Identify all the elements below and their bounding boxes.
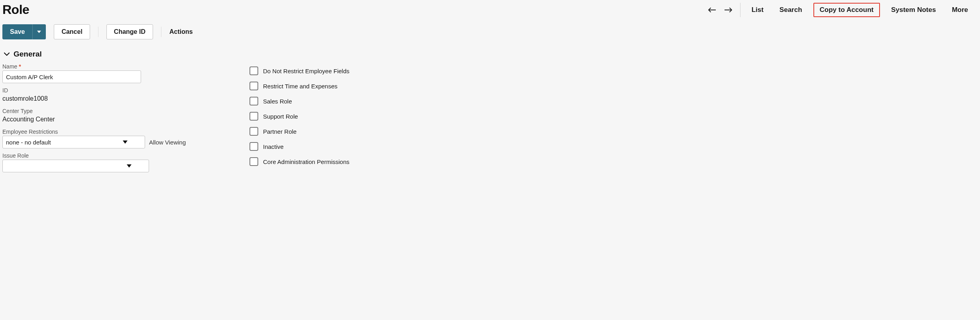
support-role-checkbox[interactable] — [249, 112, 258, 121]
core-admin-checkbox[interactable] — [249, 157, 258, 166]
page-title: Role — [2, 2, 29, 17]
nav-back-button[interactable] — [703, 4, 720, 16]
do-not-restrict-checkbox[interactable] — [249, 66, 258, 75]
toolbar-separator — [98, 27, 98, 37]
nav-list[interactable]: List — [744, 3, 772, 17]
save-button[interactable]: Save — [2, 24, 32, 39]
required-asterisk: * — [19, 63, 21, 70]
nav-system-notes[interactable]: System Notes — [883, 3, 944, 17]
cancel-button[interactable]: Cancel — [54, 24, 90, 39]
nav-forward-button[interactable] — [720, 4, 737, 16]
change-id-button[interactable]: Change ID — [106, 24, 153, 39]
nav-more[interactable]: More — [944, 3, 976, 17]
support-role-label: Support Role — [263, 113, 298, 120]
toolbar-separator — [161, 27, 161, 37]
partner-role-label: Partner Role — [263, 128, 297, 135]
center-type-value: Accounting Center — [2, 115, 202, 125]
name-input[interactable] — [2, 70, 141, 83]
employee-restrictions-label: Employee Restrictions — [2, 129, 58, 135]
sales-role-label: Sales Role — [263, 98, 292, 105]
header-separator — [740, 3, 740, 17]
name-label: Name — [2, 63, 17, 70]
inactive-label: Inactive — [263, 143, 284, 150]
arrow-right-icon — [725, 8, 733, 12]
arrow-left-icon — [708, 8, 716, 12]
header-actions: List Search Copy to Account System Notes… — [703, 3, 976, 17]
chevron-down-icon — [4, 51, 10, 58]
center-type-label: Center Type — [2, 108, 33, 114]
do-not-restrict-label: Do Not Restrict Employee Fields — [263, 68, 350, 74]
core-admin-label: Core Administration Permissions — [263, 158, 350, 165]
id-label: ID — [2, 87, 8, 94]
employee-restrictions-value: none - no default — [6, 139, 51, 146]
general-section-header[interactable]: General — [0, 47, 980, 62]
nav-copy-to-account[interactable]: Copy to Account — [813, 3, 880, 17]
id-value: customrole1008 — [2, 94, 202, 104]
save-split-button[interactable] — [32, 24, 46, 39]
actions-menu[interactable]: Actions — [169, 28, 193, 35]
restrict-time-label: Restrict Time and Expenses — [263, 83, 338, 90]
allow-viewing-label: Allow Viewing — [149, 139, 186, 146]
restrict-time-checkbox[interactable] — [249, 82, 258, 90]
inactive-checkbox[interactable] — [249, 142, 258, 151]
caret-down-icon — [37, 31, 41, 33]
issue-role-label: Issue Role — [2, 152, 29, 159]
sales-role-checkbox[interactable] — [249, 97, 258, 105]
issue-role-select[interactable] — [2, 160, 149, 172]
general-section-title: General — [14, 50, 42, 59]
partner-role-checkbox[interactable] — [249, 127, 258, 136]
employee-restrictions-select[interactable]: none - no default — [2, 136, 145, 148]
save-button-group: Save — [2, 24, 46, 39]
nav-search[interactable]: Search — [772, 3, 810, 17]
